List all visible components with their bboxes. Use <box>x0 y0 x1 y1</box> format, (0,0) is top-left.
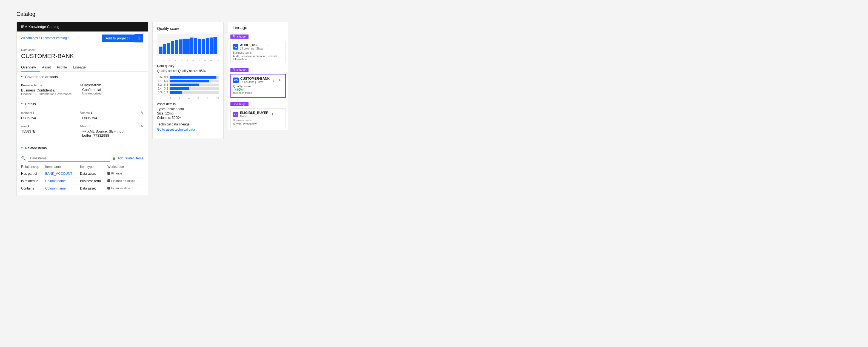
user-value: T55837B <box>21 129 82 133</box>
v-bar <box>163 44 166 54</box>
lineage-terms-label: Business terms <box>233 92 283 94</box>
row-item-name: Column name <box>45 185 80 192</box>
related-items-section-header[interactable]: ▾ Related items <box>17 143 148 153</box>
col-relationship: Relationship <box>21 164 45 170</box>
name-label: name ℹ ✎ <box>82 111 143 115</box>
h-bar-section: 8.6 - 9.9 6.4 - 6.5 3.2 - 6.3 1.4 - 3.2 … <box>157 75 219 94</box>
row-item-type: Data asset <box>80 170 107 178</box>
h-bar-label: 3.2 - 6.3 <box>157 83 168 86</box>
data-quality-label: Data quality <box>157 64 219 68</box>
tab-lineage[interactable]: Lineage <box>73 63 90 72</box>
filter-icon[interactable]: ⊞ <box>112 156 116 160</box>
go-to-technical-data-link[interactable]: Go to asset technical data <box>157 128 195 131</box>
v-bar <box>186 39 190 54</box>
h-bar-label: 0.3 - 1.3 <box>157 91 168 94</box>
size-detail: Size: 12mb <box>157 112 219 115</box>
v-bar <box>190 37 193 54</box>
from-field: from ℹ ✎ ++ XML Source: SEF input buffer… <box>82 122 143 140</box>
business-terms-label: Business terms ✎ <box>21 82 82 88</box>
breadcrumb-customer-catalog[interactable]: Customer catalog <box>41 36 67 40</box>
asset-title: CUSTOMER-BANK <box>21 53 143 60</box>
lineage-terms-value: Buyers, Prospective <box>233 122 283 125</box>
governance-section-header[interactable]: ▾ Governance artifacts <box>17 72 148 82</box>
add-related-button[interactable]: Add related items <box>118 156 143 160</box>
related-items-section: ▾ Related items 🔍 ⊞ Add related items Re… <box>17 143 148 196</box>
h-bar-label: 6.4 - 6.5 <box>157 80 168 83</box>
v-bar <box>206 38 209 54</box>
related-items-section-label: Related items <box>25 146 46 150</box>
table-row: Contains Column name Data asset Financia… <box>21 185 143 192</box>
edit-name-icon[interactable]: ✎ <box>141 111 143 115</box>
lineage-node: AU AUDIT_USE 14 columns | Show ⋮ Busines… <box>230 41 286 63</box>
row-relationship: Is related to <box>21 178 45 185</box>
lineage-node-subtitle: 14 columns | Show <box>240 47 263 50</box>
row-workspace: Finance <box>107 170 143 178</box>
v-bar <box>202 39 205 54</box>
related-chevron: ▾ <box>21 146 23 150</box>
lineage-node: EB ELIGIBLE_BUYER Model ⋮ Business terms… <box>230 108 286 128</box>
v-bar <box>183 39 186 54</box>
h-bar-fill <box>169 87 189 90</box>
member-value: D8069A41 <box>21 116 82 120</box>
tab-profile[interactable]: Profile <box>57 63 71 72</box>
name-info-icon: ℹ <box>91 111 92 115</box>
related-search-input[interactable] <box>28 155 110 162</box>
lineage-terms-label: Business terms <box>233 119 283 122</box>
h-bar-fill <box>169 76 216 78</box>
classification-uncategorized: Uncategorized <box>82 92 143 95</box>
details-section-header[interactable]: ▾ Details <box>17 99 148 109</box>
classifications-label: Classifications <box>82 82 143 88</box>
lineage-node: CB CUSTOMER-BANK 14 columns | Show ⋮ + Q… <box>230 74 286 98</box>
business-terms-col: Business terms ✎ Business Confidential F… <box>21 82 82 96</box>
columns-detail: Columns: 5000+ <box>157 116 219 120</box>
member-info-icon: ℹ <box>33 111 34 115</box>
details-section-label: Details <box>25 102 36 106</box>
edit-business-terms-icon[interactable]: ✎ <box>80 83 82 87</box>
lineage-node-overflow-button[interactable]: ⋮ <box>265 45 270 49</box>
lineage-node-icon: EB <box>233 112 238 117</box>
name-field: name ℹ ✎ D8069A41 <box>82 109 143 122</box>
technical-lineage-section: Technical data lineage Go to asset techn… <box>157 122 219 131</box>
info-icon-button[interactable]: ℹ <box>134 34 143 42</box>
breadcrumb-all-catalogs[interactable]: All catalogs <box>21 36 38 40</box>
lineage-terms-value: Audit, Sensitive Information, Federal In… <box>233 55 283 61</box>
classifications-col: Classifications Confidential Uncategoriz… <box>82 82 143 96</box>
related-search-row: 🔍 ⊞ Add related items <box>21 153 143 164</box>
lineage-node-overflow-button[interactable]: ⋮ <box>271 78 276 83</box>
lineage-node-overflow-button[interactable]: ⋮ <box>270 112 275 117</box>
v-bar <box>171 41 174 54</box>
details-grid: member ℹ ✎ D8069A41 name ℹ ✎ <box>21 109 143 140</box>
edit-user-icon[interactable]: ✎ <box>80 124 82 128</box>
h-bar-row: 3.2 - 6.3 <box>157 83 219 86</box>
v-bar <box>175 40 178 54</box>
asset-tabs: Overview Asset Profile Lineage <box>17 63 148 72</box>
lineage-final-target-badge: Final target <box>230 34 249 39</box>
page-title: Catalog <box>17 11 851 17</box>
business-term-path: Finance / ... / Information Governance <box>21 92 82 96</box>
from-label: from ℹ ✎ <box>82 124 143 128</box>
lineage-node-title: ELIGIBLE_BUYER <box>240 111 269 115</box>
member-field: member ℹ ✎ D8069A41 <box>21 109 82 122</box>
details-chevron: ▾ <box>21 102 23 106</box>
h-bar-row: 8.6 - 9.9 <box>157 75 219 78</box>
lineage-node-title: AUDIT_USE <box>240 43 263 47</box>
tab-overview[interactable]: Overview <box>21 63 40 72</box>
row-item-name: BANK_ACCOUNT <box>45 170 80 178</box>
details-section-body: member ℹ ✎ D8069A41 name ℹ ✎ <box>17 109 148 143</box>
add-to-project-button[interactable]: Add to project + <box>102 34 134 42</box>
type-detail: Type: Tabular data <box>157 107 219 111</box>
user-info-icon: ℹ <box>28 125 29 128</box>
tab-asset[interactable]: Asset <box>42 63 55 72</box>
h-bar-fill <box>169 91 182 94</box>
asset-details-label: Asset details <box>157 102 219 106</box>
edit-member-icon[interactable]: ✎ <box>80 111 82 115</box>
row-workspace: Finance / Banking <box>107 178 143 185</box>
h-bar-bg <box>169 80 219 83</box>
h-bar-row: 6.4 - 6.5 <box>157 80 219 83</box>
col-workspace: Workspace <box>107 164 143 170</box>
lineage-node-plus-button[interactable]: + <box>278 78 281 83</box>
h-bar-bg <box>169 76 219 78</box>
edit-from-icon[interactable]: ✎ <box>141 124 143 128</box>
v-bar <box>213 37 217 54</box>
catalog-card: IBM Knowledge Catalog All catalogs / Cus… <box>17 22 148 196</box>
